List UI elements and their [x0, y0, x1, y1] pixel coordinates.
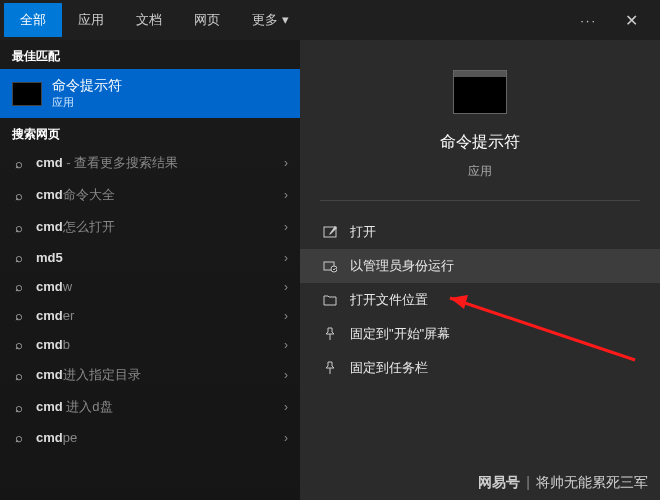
chevron-right-icon: › [284, 338, 288, 352]
best-match-sub: 应用 [52, 95, 122, 110]
action-label: 固定到"开始"屏幕 [350, 325, 450, 343]
more-options-button[interactable]: ··· [570, 7, 607, 34]
search-item[interactable]: ⌕ cmder › [0, 301, 300, 330]
search-icon: ⌕ [12, 188, 26, 203]
tab-app[interactable]: 应用 [62, 3, 120, 37]
action-label: 打开文件位置 [350, 291, 428, 309]
search-icon: ⌕ [12, 308, 26, 323]
chevron-right-icon: › [284, 309, 288, 323]
chevron-down-icon: ▾ [282, 12, 289, 27]
svg-point-2 [331, 266, 337, 272]
chevron-right-icon: › [284, 280, 288, 294]
folder-icon [322, 292, 338, 308]
action-label: 以管理员身份运行 [350, 257, 454, 275]
search-item[interactable]: ⌕ cmd怎么打开 › [0, 211, 300, 243]
search-item[interactable]: ⌕ cmdw › [0, 272, 300, 301]
action-open-location[interactable]: 打开文件位置 [300, 283, 660, 317]
search-icon: ⌕ [12, 220, 26, 235]
search-icon: ⌕ [12, 250, 26, 265]
tab-doc[interactable]: 文档 [120, 3, 178, 37]
search-icon: ⌕ [12, 400, 26, 415]
chevron-right-icon: › [284, 431, 288, 445]
admin-icon [322, 258, 338, 274]
preview-title: 命令提示符 [440, 132, 520, 153]
pin-icon [322, 360, 338, 376]
action-pin-start[interactable]: 固定到"开始"屏幕 [300, 317, 660, 351]
open-icon [322, 224, 338, 240]
search-web-header: 搜索网页 [0, 118, 300, 147]
action-label: 固定到任务栏 [350, 359, 428, 377]
search-item[interactable]: ⌕ cmd 进入d盘 › [0, 391, 300, 423]
action-label: 打开 [350, 223, 376, 241]
tab-all[interactable]: 全部 [4, 3, 62, 37]
chevron-right-icon: › [284, 368, 288, 382]
filter-tabs: 全部 应用 文档 网页 更多 ▾ ··· ✕ [0, 0, 660, 40]
search-item[interactable]: ⌕ cmd命令大全 › [0, 179, 300, 211]
search-item[interactable]: ⌕ cmd进入指定目录 › [0, 359, 300, 391]
action-run-as-admin[interactable]: 以管理员身份运行 [300, 249, 660, 283]
watermark: 网易号|将帅无能累死三军 [478, 474, 648, 492]
search-item[interactable]: ⌕ cmdb › [0, 330, 300, 359]
best-match-title: 命令提示符 [52, 77, 122, 95]
tab-web[interactable]: 网页 [178, 3, 236, 37]
detail-panel: 命令提示符 应用 打开 以管理员身份运行 [300, 40, 660, 500]
search-icon: ⌕ [12, 279, 26, 294]
best-match-item[interactable]: 命令提示符 应用 [0, 69, 300, 118]
search-icon: ⌕ [12, 337, 26, 352]
cmd-icon [453, 70, 507, 114]
chevron-right-icon: › [284, 251, 288, 265]
search-icon: ⌕ [12, 368, 26, 383]
app-preview: 命令提示符 应用 [320, 70, 640, 201]
chevron-right-icon: › [284, 156, 288, 170]
search-icon: ⌕ [12, 430, 26, 445]
results-panel: 最佳匹配 命令提示符 应用 搜索网页 ⌕ cmd - 查看更多搜索结果 › ⌕ … [0, 40, 300, 500]
search-item[interactable]: ⌕ cmdpe › [0, 423, 300, 452]
search-item[interactable]: ⌕ cmd - 查看更多搜索结果 › [0, 147, 300, 179]
search-window: 全部 应用 文档 网页 更多 ▾ ··· ✕ 最佳匹配 命令提示符 应用 搜索网… [0, 0, 660, 500]
action-list: 打开 以管理员身份运行 打开文件位置 [300, 215, 660, 385]
action-pin-taskbar[interactable]: 固定到任务栏 [300, 351, 660, 385]
search-item[interactable]: ⌕ md5 › [0, 243, 300, 272]
preview-sub: 应用 [468, 163, 492, 180]
cmd-icon [12, 82, 42, 106]
chevron-right-icon: › [284, 188, 288, 202]
search-icon: ⌕ [12, 156, 26, 171]
action-open[interactable]: 打开 [300, 215, 660, 249]
chevron-right-icon: › [284, 400, 288, 414]
search-web-list: ⌕ cmd - 查看更多搜索结果 › ⌕ cmd命令大全 › ⌕ cmd怎么打开… [0, 147, 300, 500]
tab-more[interactable]: 更多 ▾ [236, 3, 305, 37]
chevron-right-icon: › [284, 220, 288, 234]
pin-icon [322, 326, 338, 342]
close-button[interactable]: ✕ [615, 5, 648, 36]
best-match-header: 最佳匹配 [0, 40, 300, 69]
